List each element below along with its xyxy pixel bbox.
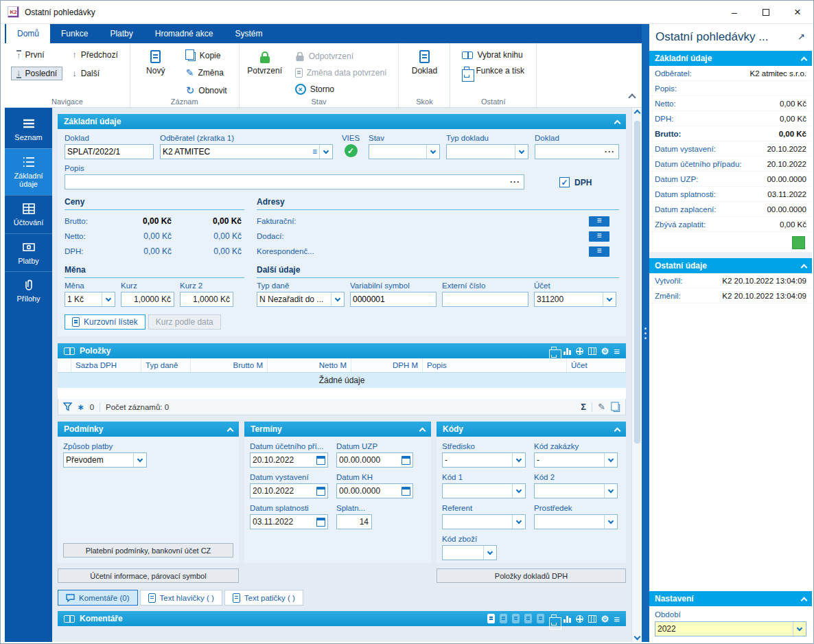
variabilni-symbol-input[interactable] [351, 295, 436, 304]
calendar-icon[interactable] [402, 456, 410, 465]
calendar-icon[interactable] [402, 487, 410, 496]
kurz-podle-data-button[interactable]: Kurz podle data [148, 314, 221, 330]
datum-kh-field[interactable]: 00.00.0000 [336, 483, 413, 498]
zpusob-platby-dropdown-button[interactable] [133, 453, 146, 467]
tab-text-hlavicky[interactable]: Text hlavičky ( ) [140, 590, 222, 606]
collapse-icon[interactable] [419, 427, 426, 434]
kod1-dropdown-button[interactable] [512, 484, 525, 498]
tab-hromadne-akce[interactable]: Hromadné akce [144, 24, 224, 43]
tab-system[interactable]: Systém [224, 24, 273, 43]
collapse-icon[interactable] [801, 597, 808, 603]
col-sazba-dph[interactable]: Sazba DPH [71, 358, 141, 372]
ellipsis-button[interactable]: ··· [601, 147, 618, 157]
col-netto-m[interactable]: Netto M [268, 358, 351, 372]
kod1-field[interactable] [442, 483, 526, 498]
odberatel-field[interactable]: ≡ [160, 144, 333, 159]
obdobi-field[interactable]: 2022 [655, 621, 806, 636]
kod2-field[interactable] [534, 483, 618, 498]
externi-cislo-field[interactable] [442, 292, 528, 307]
zpusob-platby-field[interactable]: Převodem [63, 452, 147, 468]
filter-funnel-icon[interactable] [63, 402, 72, 411]
obdobi-dropdown-button[interactable] [793, 622, 806, 636]
calendar-icon[interactable] [316, 487, 325, 496]
externi-cislo-input[interactable] [443, 295, 528, 304]
doklad-input[interactable] [65, 147, 153, 157]
storno-button[interactable]: ×Storno [290, 82, 393, 97]
col-dph-m[interactable]: DPH M [351, 358, 423, 372]
collapse-ribbon-icon[interactable] [628, 93, 636, 101]
odberatel-input[interactable] [161, 147, 310, 157]
doklad2-field[interactable]: ··· [535, 144, 619, 159]
globe-icon[interactable] [576, 347, 583, 355]
calendar-icon[interactable] [316, 456, 325, 465]
previous-button[interactable]: ↑Předchozí [67, 48, 124, 62]
next-button[interactable]: ↓Další [67, 67, 124, 80]
collapse-icon[interactable] [801, 56, 808, 63]
sidebar-item-zakladni-udaje[interactable]: Základní údaje [5, 148, 52, 195]
sidebar-item-platby[interactable]: Platby [5, 233, 52, 272]
mena-field[interactable]: 1 Kč [65, 292, 115, 307]
panel-splitter[interactable] [642, 24, 649, 642]
first-button[interactable]: ↑První [11, 48, 62, 62]
kod-zakazky-dropdown-button[interactable] [604, 453, 617, 467]
prostredek-field[interactable] [534, 514, 618, 529]
datum-ucetniho-pripadu-field[interactable]: 20.10.2022 [250, 452, 328, 468]
stredisko-field[interactable]: - [442, 452, 526, 468]
podminky-header[interactable]: Podmínky [58, 422, 239, 437]
confirm-button[interactable]: Potvrzení [246, 47, 284, 96]
doklad-jump-button[interactable]: Doklad [405, 47, 443, 96]
datum-vystaveni-field[interactable]: 20.10.2022 [250, 483, 328, 498]
chart-icon[interactable] [563, 347, 571, 355]
relations-icon[interactable]: ≡ [310, 147, 319, 157]
kod-zbozi-field[interactable] [442, 545, 497, 560]
typ-dokladu-field[interactable] [446, 144, 528, 159]
collapse-icon[interactable] [801, 264, 808, 271]
popis-ellipsis-button[interactable]: ··· [507, 177, 524, 187]
typ-dane-dropdown-button[interactable] [331, 292, 344, 306]
unconfirm-button[interactable]: Odpotvrzení [290, 48, 393, 64]
stredisko-dropdown-button[interactable] [512, 453, 525, 467]
menu-icon[interactable]: ≡ [614, 345, 620, 357]
dodaci-menu-button[interactable]: ≡ [589, 231, 609, 242]
terminy-header[interactable]: Termíny [244, 422, 431, 437]
copy-rows-icon[interactable] [614, 404, 620, 411]
main-scrollbar[interactable] [631, 108, 642, 642]
kod-zakazky-field[interactable]: - [534, 452, 618, 468]
col-popis[interactable]: Popis [423, 358, 567, 372]
scrollbar-thumb[interactable] [634, 121, 640, 444]
kody-header[interactable]: Kódy [437, 422, 626, 437]
sidebar-item-seznam[interactable]: Seznam [5, 111, 52, 148]
open-in-window-icon[interactable]: ↗ [795, 30, 806, 42]
kod2-dropdown-button[interactable] [604, 484, 617, 498]
columns-icon[interactable] [588, 347, 596, 355]
polozky-header[interactable]: Položky ⚙ ≡ [58, 343, 626, 358]
scroll-up-icon[interactable] [633, 110, 640, 117]
preview-settings-header[interactable]: Nastavení [649, 591, 812, 606]
last-button[interactable]: ↓Poslední [11, 67, 62, 80]
ucetni-informace-button[interactable]: Účetní informace, párovací symbol [58, 568, 239, 583]
splatnost-field[interactable]: 14 [336, 514, 372, 529]
popis-field[interactable]: ··· [65, 174, 524, 189]
platebni-podminky-button[interactable]: Platební podmínky, bankovní účet CZ [63, 543, 233, 557]
functions-print-button[interactable]: Funkce a tisk [456, 64, 530, 78]
preview-other-header[interactable]: Ostatní údaje [649, 258, 812, 273]
collapse-icon[interactable] [614, 427, 621, 434]
korespondencni-menu-button[interactable]: ≡ [589, 246, 609, 257]
mena-dropdown-button[interactable] [102, 292, 115, 306]
sidebar-item-prilohy[interactable]: Přílohy [5, 271, 52, 310]
globe-icon[interactable] [576, 615, 583, 623]
sum-icon[interactable]: Σ [581, 402, 586, 412]
tab-domu[interactable]: Domů [6, 24, 50, 43]
section-header[interactable]: Základní údaje [58, 114, 626, 129]
change-button[interactable]: ✎Změna [181, 65, 233, 80]
print-icon[interactable] [549, 348, 559, 356]
ucet-field[interactable]: 311200 [534, 292, 616, 307]
print-icon[interactable] [549, 616, 559, 623]
stav-field[interactable] [369, 144, 440, 159]
sidebar-item-uctovani[interactable]: Účtování [5, 195, 52, 233]
komentare-header[interactable]: Komentáře ⚙ ≡ [58, 611, 626, 626]
prostredek-dropdown-button[interactable] [604, 515, 617, 529]
datum-uzp-field[interactable]: 00.00.0000 [336, 452, 413, 468]
referent-dropdown-button[interactable] [512, 515, 525, 529]
collapse-icon[interactable] [614, 119, 621, 126]
